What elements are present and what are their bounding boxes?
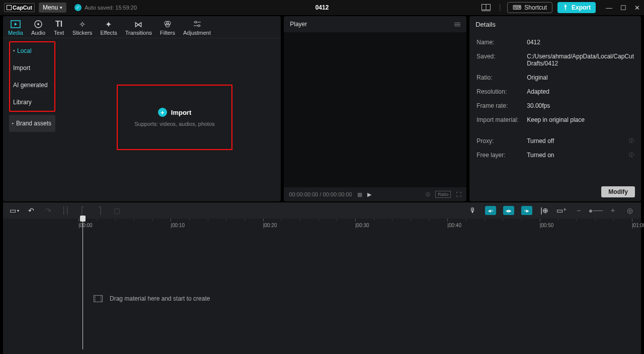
- svg-point-11: [195, 21, 197, 23]
- ruler-tick: |00:50: [540, 219, 554, 231]
- ruler-tick: |00:20: [263, 219, 277, 231]
- menu-label: Menu: [43, 4, 58, 11]
- tab-effects[interactable]: ✦ Effects: [100, 20, 117, 38]
- minimize-button[interactable]: —: [606, 4, 612, 12]
- snap-start[interactable]: ◂▫: [485, 206, 496, 215]
- svg-marker-4: [15, 23, 17, 26]
- title-bar: CapCut Menu ▾ ✓ Auto saved: 15:59:20 041…: [0, 0, 644, 15]
- info-icon[interactable]: ⓘ: [629, 152, 634, 159]
- export-button[interactable]: ⭱ Export: [557, 2, 596, 13]
- zoom-in-button[interactable]: ＋: [608, 205, 618, 216]
- highlighted-import-area[interactable]: + Import Supports: videos, audios, photo…: [117, 85, 232, 150]
- filters-icon: [162, 20, 173, 29]
- media-drop-area[interactable]: + Import Supports: videos, audios, photo…: [57, 38, 281, 201]
- sidebar-item-brand-assets[interactable]: ▸Brand assets: [9, 115, 55, 132]
- modify-button[interactable]: Modify: [601, 186, 635, 197]
- import-supports: Supports: videos, audios, photos: [134, 121, 215, 127]
- import-label: Import: [171, 109, 191, 116]
- chevron-down-icon: ▾: [60, 5, 62, 10]
- detail-resolution: Adapted: [527, 88, 634, 95]
- sidebar-item-import[interactable]: Import: [10, 59, 54, 77]
- sidebar-item-library[interactable]: Library: [10, 94, 54, 111]
- zoom-out-button[interactable]: −: [574, 205, 584, 216]
- timeline-panel: ▭▾ ↶ ↷ ⎮⎮ ⎡ ⎤ ▢ 🎙 ◂▫ ◂▸ ▫▸ |⊕ ▭⁺ − ●── ＋…: [3, 202, 641, 354]
- snap-end[interactable]: ▫▸: [521, 206, 532, 215]
- cursor-tool[interactable]: ▭▾: [9, 205, 19, 216]
- split-button[interactable]: ⎮⎮: [60, 205, 70, 216]
- media-top-tabs: Media Audio TI Text ✧ Stickers ✦ Effects…: [3, 16, 281, 38]
- media-panel: Media Audio TI Text ✧ Stickers ✦ Effects…: [3, 16, 281, 201]
- detail-proxy: Turned off: [527, 137, 629, 145]
- timeline-tracks[interactable]: Drag material here and start to create: [3, 231, 641, 354]
- player-grid-icon[interactable]: ▦: [357, 191, 362, 198]
- align-button[interactable]: |⊕: [539, 205, 549, 216]
- details-title: Details: [469, 16, 641, 32]
- ruler-tick: |01:00: [632, 219, 644, 231]
- detail-frame: 30.00fps: [527, 102, 634, 109]
- shortcut-button[interactable]: ⌨ Shortcut: [507, 2, 552, 13]
- maximize-button[interactable]: ☐: [620, 4, 626, 12]
- effects-icon: ✦: [103, 20, 114, 29]
- player-title: Player: [290, 21, 307, 28]
- details-panel: Details Name:0412 Saved:C:/Users/ahmad/A…: [469, 16, 641, 201]
- snap-main[interactable]: ◂▸: [503, 206, 514, 215]
- svg-point-13: [198, 25, 200, 27]
- transitions-icon: ⋈: [133, 20, 144, 29]
- ruler-tick: |00:40: [447, 219, 461, 231]
- sidebar-item-local[interactable]: ▾Local: [10, 42, 54, 59]
- delete-button[interactable]: ▢: [112, 205, 122, 216]
- detail-saved: C:/Users/ahmad/AppData/Local/CapCut Draf…: [527, 53, 634, 67]
- adjustment-icon: [192, 20, 203, 29]
- zoom-slider[interactable]: ●──: [591, 205, 601, 216]
- player-panel: Player 00:00:00:00 / 00:00:00:00 ▦ ▶ ⦾ R…: [284, 16, 466, 201]
- media-icon: [10, 20, 21, 29]
- highlighted-sidebar-group: ▾Local Import AI generated Library: [9, 41, 55, 112]
- check-circle-icon: ✓: [74, 4, 82, 11]
- film-icon: [94, 295, 103, 302]
- tab-stickers[interactable]: ✧ Stickers: [72, 20, 92, 38]
- timeline-drop-hint: Drag material here and start to create: [94, 295, 210, 302]
- plus-circle-icon: +: [158, 108, 167, 117]
- text-icon: TI: [53, 20, 64, 29]
- player-compare-icon[interactable]: ⦾: [426, 191, 430, 198]
- timeline-toolbar: ▭▾ ↶ ↷ ⎮⎮ ⎡ ⎤ ▢ 🎙 ◂▫ ◂▸ ▫▸ |⊕ ▭⁺ − ●── ＋…: [3, 202, 641, 219]
- undo-button[interactable]: ↶: [26, 205, 36, 216]
- project-title: 0412: [315, 4, 329, 11]
- app-logo: CapCut: [4, 3, 35, 12]
- play-button[interactable]: ▶: [367, 191, 371, 198]
- audio-icon: [33, 20, 44, 29]
- stickers-icon: ✧: [77, 20, 88, 29]
- zoom-fit-button[interactable]: ◎: [625, 205, 635, 216]
- ratio-button[interactable]: Ratio: [435, 191, 451, 198]
- ruler-tick: |00:30: [355, 219, 369, 231]
- fullscreen-icon[interactable]: ⛶: [456, 191, 461, 197]
- sidebar-item-ai[interactable]: AI generated: [10, 77, 54, 94]
- keyboard-icon: ⌨: [513, 4, 521, 11]
- preview-toggle[interactable]: ▭⁺: [556, 205, 567, 216]
- detail-ratio: Original: [527, 74, 634, 81]
- layout-icon[interactable]: [479, 3, 493, 13]
- player-viewport[interactable]: [284, 32, 466, 187]
- autosave-status: ✓ Auto saved: 15:59:20: [74, 4, 137, 11]
- close-button[interactable]: ✕: [634, 4, 640, 12]
- tab-adjustment[interactable]: Adjustment: [183, 20, 211, 38]
- trim-left-button[interactable]: ⎡: [77, 205, 88, 216]
- tab-audio[interactable]: Audio: [31, 20, 45, 38]
- redo-button[interactable]: ↷: [43, 205, 53, 216]
- timeline-ruler[interactable]: |00:00|00:10|00:20|00:30|00:40|00:50|01:…: [78, 219, 641, 231]
- player-menu-icon[interactable]: [454, 23, 460, 26]
- media-sidebar: ▾Local Import AI generated Library ▸Bran…: [3, 38, 57, 201]
- ruler-tick: |00:10: [171, 219, 185, 231]
- info-icon[interactable]: ⓘ: [629, 137, 634, 145]
- tab-text[interactable]: TI Text: [53, 20, 64, 38]
- tab-transitions[interactable]: ⋈ Transitions: [125, 20, 152, 38]
- detail-import: Keep in original place: [527, 116, 634, 123]
- upload-icon: ⭱: [562, 4, 569, 11]
- trim-right-button[interactable]: ⎤: [95, 205, 105, 216]
- mic-record-button[interactable]: 🎙: [468, 205, 478, 216]
- detail-name: 0412: [527, 39, 634, 46]
- topbar-right: ⌨ Shortcut ⭱ Export — ☐ ✕: [479, 2, 640, 13]
- tab-filters[interactable]: Filters: [160, 20, 175, 38]
- menu-button[interactable]: Menu ▾: [39, 3, 66, 13]
- tab-media[interactable]: Media: [8, 20, 23, 38]
